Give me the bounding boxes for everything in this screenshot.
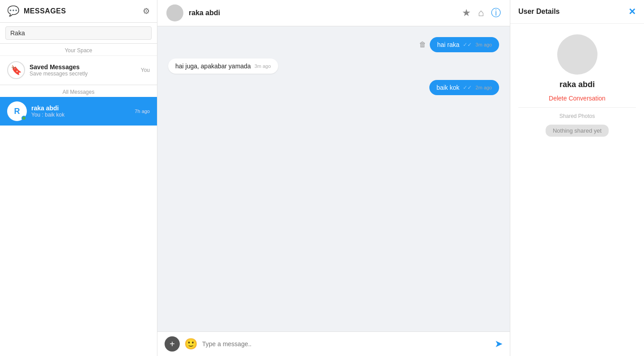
message-text-sent-2: baik kok [436,84,459,91]
contact-time: 7h ago [135,109,150,114]
saved-messages-subtitle: Save messages secretly [30,71,136,77]
delete-message-icon[interactable]: 🗑 [419,41,426,49]
search-input[interactable] [5,26,152,40]
message-sent-2: baik kok ✓✓ 2m ago [429,80,499,95]
gear-icon[interactable]: ⚙ [143,6,150,16]
sidebar-header-left: 💬 MESSAGES [7,5,66,17]
message-sent-1: 🗑 hai raka ✓✓ 3m ago [419,37,499,52]
message-received-1: hai juga, apakabar yamada 3m ago [168,59,278,74]
tick-icon-1: ✓✓ [463,42,472,48]
user-details-header: User Details ✕ [510,0,644,24]
contact-avatar: R [7,101,27,121]
message-bubble-received-1: hai juga, apakabar yamada 3m ago [168,59,278,74]
messages-area: 🗑 hai raka ✓✓ 3m ago hai juga, apakabar … [157,26,510,331]
tick-icon-2: ✓✓ [463,84,472,91]
your-space-label: Your Space [0,44,157,55]
info-icon[interactable]: ⓘ [491,6,501,20]
message-time-received-1: 3m ago [254,63,271,69]
main-chat: raka abdi ★ ⌂ ⓘ 🗑 hai raka ✓✓ 3m ago hai… [157,0,510,356]
online-indicator [21,116,26,121]
emoji-button[interactable]: 🙂 [184,338,198,350]
shared-photos-divider [518,107,636,108]
message-time-sent-2: 2m ago [475,85,492,90]
user-details-body: raka abdi Delete Conversation Shared Pho… [510,24,644,147]
search-bar [0,23,157,44]
contact-name: raka abdi [31,105,130,112]
contact-list-item[interactable]: R raka abdi You : baik kok 7h ago [0,97,157,126]
message-bubble-sent-2: baik kok ✓✓ 2m ago [429,80,499,95]
user-details-avatar [557,34,597,75]
chat-header-actions: ★ ⌂ ⓘ [462,6,501,20]
contact-preview: You : baik kok [31,112,130,118]
send-button[interactable]: ➤ [495,338,503,350]
saved-messages-item[interactable]: 🔖 Saved Messages Save messages secretly … [0,56,157,85]
messages-icon: 💬 [7,5,19,17]
chat-avatar [166,4,183,21]
message-text-received-1: hai juga, apakabar yamada [175,63,251,70]
all-messages-label: All Messages [0,85,157,97]
sidebar-header: 💬 MESSAGES ⚙ [0,0,157,23]
sidebar: 💬 MESSAGES ⚙ Your Space 🔖 Saved Messages… [0,0,157,356]
shared-photos-label: Shared Photos [559,113,595,119]
user-details-panel: User Details ✕ raka abdi Delete Conversa… [510,0,644,356]
close-icon[interactable]: ✕ [628,6,636,17]
message-bubble-sent-1: hai raka ✓✓ 3m ago [430,37,499,52]
user-details-title: User Details [518,8,560,16]
sidebar-title: MESSAGES [24,7,66,15]
contact-info: raka abdi You : baik kok [31,105,130,118]
saved-messages-title: Saved Messages [30,63,136,71]
message-text-sent-1: hai raka [437,41,459,48]
add-attachment-button[interactable]: + [165,336,180,352]
saved-messages-text: Saved Messages Save messages secretly [30,63,136,77]
message-input-area: + 🙂 ➤ [157,331,510,356]
chat-header-left: raka abdi [166,4,220,21]
star-icon[interactable]: ★ [462,7,471,19]
user-details-name: raka abdi [559,80,595,89]
message-time-sent-1: 3m ago [475,42,492,47]
saved-messages-you: You [141,67,150,73]
delete-conversation-button[interactable]: Delete Conversation [549,95,606,102]
nothing-shared-badge: Nothing shared yet [546,125,609,137]
chat-header: raka abdi ★ ⌂ ⓘ [157,0,510,26]
chat-header-name: raka abdi [189,9,220,17]
home-icon[interactable]: ⌂ [478,7,484,19]
bookmark-icon: 🔖 [7,61,25,79]
message-input[interactable] [202,339,490,349]
